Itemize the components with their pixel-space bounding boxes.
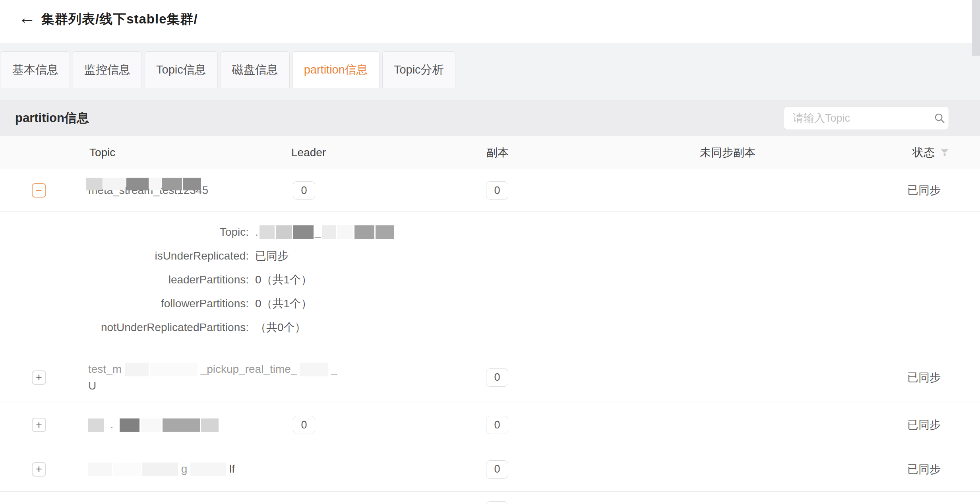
topic-cell: meta_stream_test12345 <box>88 184 208 197</box>
status-badge: 已同步 <box>907 462 941 477</box>
table-row[interactable]: + . 0 0 已同步 <box>0 403 980 447</box>
redaction-blocks <box>322 225 394 239</box>
status-header-label: 状态 <box>912 145 935 160</box>
tab-partition-info[interactable]: partition信息 <box>292 51 380 88</box>
tab-label: Topic分析 <box>394 62 444 78</box>
topic-cell: g lf <box>88 462 235 476</box>
detail-label: Topic: <box>0 226 249 238</box>
redaction-blocks <box>260 225 314 239</box>
back-arrow-icon[interactable]: ← <box>18 9 36 26</box>
tab-label: 磁盘信息 <box>232 62 278 78</box>
detail-row-leaderpartitions: leaderPartitions: 0（共1个） <box>0 268 980 292</box>
tab-topic-info[interactable]: Topic信息 <box>145 51 218 88</box>
column-header-replica: 副本 <box>486 136 509 169</box>
status-badge: 已同步 <box>907 370 941 385</box>
page-title: 集群列表/线下stable集群/ <box>41 10 198 28</box>
redaction-blocks <box>88 418 104 432</box>
expand-row-button[interactable]: + <box>32 462 46 477</box>
replica-count-chip: 0 <box>486 181 508 200</box>
page: ← 集群列表/线下stable集群/ 基本信息 监控信息 Topic信息 磁盘信… <box>0 0 980 504</box>
detail-value: 已同步 <box>255 248 289 264</box>
detail-label: leaderPartitions: <box>0 273 249 286</box>
table-row[interactable]: 0 <box>0 492 980 504</box>
search-icon[interactable] <box>934 112 945 124</box>
status-badge: 已同步 <box>907 183 941 198</box>
table-row[interactable]: + g lf 0 已同步 <box>0 447 980 492</box>
tab-label: 基本信息 <box>12 62 58 78</box>
topic-cell: test_m _pickup_real_time_ _ U <box>88 362 337 392</box>
tab-topic-analysis[interactable]: Topic分析 <box>382 51 455 88</box>
detail-row-notunderreplicatedpartitions: notUnderReplicatedPartitions: （共0个） <box>0 316 980 339</box>
detail-value: 0（共1个） <box>255 272 312 287</box>
detail-label: notUnderReplicatedPartitions: <box>0 321 249 334</box>
expand-row-button[interactable]: + <box>32 370 46 385</box>
tab-basic-info[interactable]: 基本信息 <box>1 51 70 88</box>
topic-second-line: U <box>88 380 337 392</box>
redacted-topic-name: meta_stream_test12345 <box>88 184 208 197</box>
replica-count-chip: 0 <box>486 416 508 434</box>
redacted-topic-name: test_m _pickup_real_time_ _ <box>88 362 337 376</box>
status-filter-icon[interactable] <box>939 147 950 158</box>
expand-row-button[interactable]: + <box>32 418 46 432</box>
column-header-topic: Topic <box>89 136 115 169</box>
topic-search-box[interactable] <box>784 106 949 130</box>
partition-table-header: Topic Leader 副本 未同步副本 状态 <box>0 136 980 169</box>
detail-row-followerpartitions: followerPartitions: 0（共1个） <box>0 292 980 316</box>
tab-bar: 基本信息 监控信息 Topic信息 磁盘信息 partition信息 Topic… <box>0 43 980 88</box>
detail-value: （共0个） <box>255 320 306 335</box>
detail-row-topic: Topic: . _ <box>0 220 980 244</box>
partition-section-bar: partition信息 <box>0 100 980 136</box>
replica-count-chip: 0 <box>486 501 508 504</box>
vertical-scrollbar-thumb[interactable] <box>972 0 980 56</box>
detail-value-redacted: . _ <box>255 225 394 239</box>
column-header-status: 状态 <box>912 136 950 169</box>
table-row[interactable]: − meta_stream_test12345 0 0 已同步 <box>0 169 980 212</box>
tab-disk-info[interactable]: 磁盘信息 <box>221 51 290 88</box>
replica-count-chip: 0 <box>486 460 508 479</box>
tab-label: 监控信息 <box>84 62 130 78</box>
replica-count-chip: 0 <box>486 368 508 387</box>
redaction-blocks <box>88 463 178 476</box>
partition-detail-panel: Topic: . _ isUnderReplicated: 已同步 <box>0 212 980 352</box>
tab-label: Topic信息 <box>156 62 206 78</box>
tab-label: partition信息 <box>304 62 368 78</box>
table-row[interactable]: + test_m _pickup_real_time_ _ U 0 已同步 <box>0 352 980 403</box>
leader-count-chip: 0 <box>293 181 315 200</box>
topic-search-input[interactable] <box>793 112 934 124</box>
column-header-leader: Leader <box>291 136 326 169</box>
tab-content-gutter <box>0 88 980 100</box>
collapse-row-button[interactable]: − <box>32 183 46 198</box>
status-badge: 已同步 <box>907 417 941 432</box>
tab-monitor-info[interactable]: 监控信息 <box>73 51 142 88</box>
redaction-blocks <box>86 178 201 190</box>
detail-row-isunderreplicated: isUnderReplicated: 已同步 <box>0 244 980 268</box>
detail-label: followerPartitions: <box>0 297 249 310</box>
topic-cell: . <box>88 418 219 432</box>
section-title: partition信息 <box>15 110 89 126</box>
detail-value: 0（共1个） <box>255 296 312 311</box>
redaction-blocks <box>190 463 226 476</box>
leader-count-chip: 0 <box>293 416 315 434</box>
redaction-blocks <box>120 418 219 432</box>
detail-label: isUnderReplicated: <box>0 250 249 262</box>
page-header: ← 集群列表/线下stable集群/ <box>0 0 980 43</box>
column-header-unsynced-replica: 未同步副本 <box>700 136 755 169</box>
